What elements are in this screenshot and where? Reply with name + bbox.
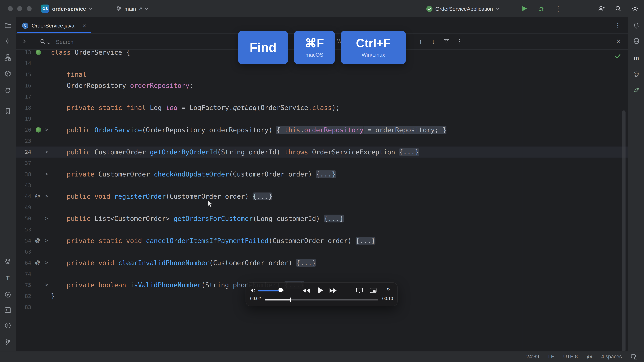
close-tab-icon[interactable]: × [83,22,86,28]
code-line-17[interactable]: 17 [16,91,628,102]
line-number[interactable]: 16 [16,80,31,91]
services-icon[interactable] [2,256,13,267]
window-zoom-button[interactable] [27,6,32,11]
line-number[interactable]: 74 [16,268,31,279]
line-number[interactable]: 18 [16,102,31,113]
code-text[interactable]: public OrderService(OrderRepository orde… [51,124,446,135]
code-text[interactable]: private void clearInvalidPhoneNumber(Cus… [51,257,316,268]
line-number[interactable]: 17 [16,91,31,102]
line-number[interactable]: 19 [16,113,31,124]
more-tools-icon[interactable]: ··· [2,122,13,133]
project-widget[interactable]: OS order-service [41,0,93,17]
inspections-ok-icon[interactable] [615,54,621,59]
folded-region[interactable]: {...} [324,215,344,222]
forward-icon[interactable] [330,288,337,293]
at-icon[interactable]: @ [587,354,592,360]
version-control-icon[interactable] [2,337,13,347]
code-text[interactable]: private CustomerOrder checkAndUpdateOrde… [51,168,336,179]
line-number[interactable]: 75 [16,279,31,291]
search-options-icon[interactable]: ⋮ [456,37,463,45]
expand-replace-icon[interactable] [23,39,26,43]
line-number[interactable]: 43 [16,179,31,191]
line-number[interactable]: 14 [16,58,31,69]
code-line-16[interactable]: 16 OrderRepository orderRepository; [16,80,628,91]
code-text[interactable]: private static void cancelOrderItemsIfPa… [51,235,375,246]
code-line-20[interactable]: 20> public OrderService(OrderRepository … [16,124,628,135]
folded-region[interactable]: {...} [316,170,336,178]
code-text[interactable]: public CustomerOrder getOrderByOrderId(S… [51,146,419,157]
fold-arrow-icon[interactable]: > [45,257,48,268]
code-text[interactable]: public void registerOrder(CustomerOrder … [51,191,272,202]
folded-region[interactable]: {...} [356,237,375,245]
line-number[interactable]: 54 [16,235,31,246]
fold-arrow-icon[interactable]: > [45,279,48,291]
branch-widget[interactable]: main ↗ [116,0,149,17]
terminal-icon[interactable] [2,305,13,315]
line-number[interactable]: 38 [16,168,31,179]
code-line-43[interactable]: 43 [16,179,628,191]
filter-icon[interactable] [444,38,449,44]
code-line-63[interactable]: 63 [16,246,628,257]
search-history-icon[interactable] [40,38,46,44]
project-folder-icon[interactable] [2,20,13,31]
seek-bar[interactable] [265,299,378,300]
close-search-icon[interactable]: × [616,37,620,45]
code-line-23[interactable]: 23 [16,135,628,146]
code-line-24[interactable]: 24> public CustomerOrder getOrderByOrder… [16,146,628,157]
more-controls-icon[interactable]: » [386,285,390,292]
run-button[interactable] [519,3,530,14]
line-number[interactable]: 20 [16,124,31,135]
add-user-icon[interactable] [596,3,607,14]
volume-icon[interactable] [250,287,256,294]
code-line-53[interactable]: 53 [16,224,628,235]
display-icon[interactable] [356,288,363,294]
problems-icon[interactable] [2,320,13,331]
bookmarks-icon[interactable] [2,106,13,117]
folded-region[interactable]: {...} [296,259,316,267]
code-line-64[interactable]: 64@> private void clearInvalidPhoneNumbe… [16,257,628,268]
code-line-18[interactable]: 18 private static final Log log = LogFac… [16,102,628,113]
code-text[interactable]: public List<CustomerOrder> getOrdersForC… [51,213,344,224]
code-text[interactable]: class OrderService { [51,50,130,58]
fold-arrow-icon[interactable]: > [45,124,48,135]
line-number[interactable]: 63 [16,246,31,257]
line-number[interactable]: 64 [16,257,31,268]
line-number[interactable]: 44 [16,191,31,202]
fold-arrow-icon[interactable]: > [45,235,48,246]
next-occurrence-icon[interactable]: ↓ [432,38,435,45]
annotation-gutter-icon[interactable]: @ [35,257,40,268]
folded-region[interactable]: {...} [253,192,272,200]
code-text[interactable]: OrderRepository orderRepository; [51,80,193,91]
fold-arrow-icon[interactable]: > [45,191,48,202]
code-line-19[interactable]: 19 [16,113,628,124]
line-number[interactable]: 37 [16,157,31,168]
code-line-54[interactable]: 54@> private static void cancelOrderItem… [16,235,628,246]
code-line-37[interactable]: 37 [16,157,628,168]
more-actions-icon[interactable]: ⋮ [552,3,564,14]
tab-orderservice-java[interactable]: C OrderService.java × [17,17,91,34]
fold-arrow-icon[interactable]: > [45,146,48,157]
bean-gutter-icon[interactable] [36,50,41,55]
caret-position[interactable]: 24:89 [526,354,539,360]
seek-playhead[interactable] [290,298,291,302]
line-number[interactable]: 49 [16,202,31,213]
pip-icon[interactable] [370,288,377,293]
notifications-icon[interactable] [631,20,642,31]
code-line-15[interactable]: 15 final [16,69,628,80]
screens-icon[interactable] [631,354,638,359]
code-text[interactable]: final [51,69,86,80]
search-input[interactable] [55,35,229,48]
play-icon[interactable] [318,287,323,294]
structure-icon[interactable] [2,52,13,63]
folded-region[interactable]: {...} [399,148,419,156]
code-line-50[interactable]: 50> public List<CustomerOrder> getOrders… [16,213,628,224]
annotation-gutter-icon[interactable]: @ [35,235,40,246]
line-number[interactable]: 50 [16,213,31,224]
search-icon[interactable] [612,3,624,14]
tab-options-icon[interactable]: ⋮ [614,22,621,29]
line-number[interactable]: 83 [16,302,31,313]
rewind-icon[interactable] [303,288,310,293]
debug-button[interactable] [536,3,547,14]
run-toolwindow-icon[interactable] [2,290,13,300]
code-line-44[interactable]: 44@> public void registerOrder(CustomerO… [16,191,628,202]
